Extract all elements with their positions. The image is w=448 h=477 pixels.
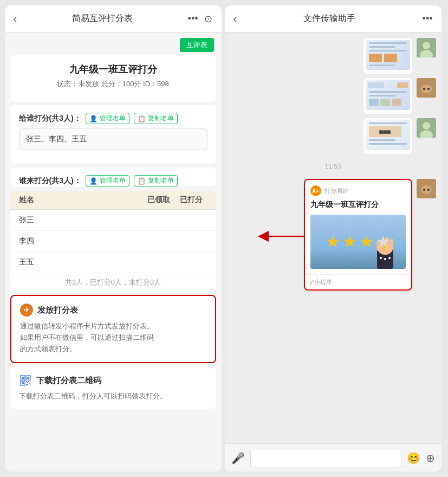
chat-content: ⬛⬛⬛ — [225, 33, 441, 443]
svg-point-26 — [388, 257, 391, 259]
left-header: ‹ 简易互评打分表 ••• ⊙ — [5, 5, 222, 33]
svg-point-15 — [421, 85, 432, 93]
chat-input-bar: 🎤 😊 ⊕ — [225, 443, 441, 472]
red-arrow — [258, 225, 307, 247]
svg-point-21 — [423, 122, 430, 130]
screenshot-thumb-3: ⬛⬛⬛ — [363, 118, 412, 154]
copy-icon-2: 📋 — [138, 177, 146, 185]
screenshots-area: ⬛⬛⬛ — [225, 33, 441, 378]
back-button[interactable]: ‹ — [14, 12, 17, 25]
chat-input-field[interactable] — [250, 449, 401, 467]
mutual-btn[interactable]: 互评表 — [180, 38, 214, 52]
screenshot-item-1 — [230, 38, 436, 74]
star-2: ★ — [342, 232, 357, 251]
give-score-card: 给谁打分(共3人)： 👤 管理名单 📋 复制名单 张三、李四、王五 — [10, 105, 216, 164]
manage-list-btn-give[interactable]: 👤 管理名单 — [86, 113, 129, 124]
svg-point-39 — [427, 189, 430, 191]
app-container: ‹ 简易互评打分表 ••• ⊙ 互评表 九年级一班互评打分 状态：未发放 总分：… — [5, 5, 444, 472]
copy-list-btn-who[interactable]: 📋 复制名单 — [134, 175, 178, 186]
qr-desc: 下载打分表二维码，打分人可以扫码领表打分。 — [19, 391, 207, 401]
action-card[interactable]: ✈ 发放打分表 通过微信转发小程序卡片方式发放打分表。如果用户不在微信里，可以通… — [10, 295, 216, 363]
left-header-icons: ••• ⊙ — [188, 13, 213, 25]
table-row: 李四 — [10, 231, 216, 252]
card-meta: 状态：未发放 总分：100分 ID：598 — [19, 79, 207, 89]
svg-point-24 — [380, 257, 382, 259]
mini-card-header: A+ 打分测评 — [310, 185, 406, 196]
left-content: 互评表 九年级一班互评打分 状态：未发放 总分：100分 ID：598 给谁打分… — [5, 33, 222, 472]
qr-title: 下载打分表二维码 — [19, 374, 207, 387]
cat-avatar-2 — [417, 179, 436, 198]
screenshot-item-2 — [230, 78, 436, 114]
mini-card-app-name: 打分测评 — [324, 187, 348, 195]
give-score-label: 给谁打分(共3人)： 👤 管理名单 📋 复制名单 — [19, 113, 207, 124]
target-icon[interactable]: ⊙ — [204, 13, 212, 25]
star-1: ★ — [326, 232, 340, 251]
table-row: 王五 — [10, 252, 216, 273]
scores-table: 姓名 已领取 已打分 张三 李四 王五 — [10, 191, 216, 292]
left-panel: ‹ 简易互评打分表 ••• ⊙ 互评表 九年级一班互评打分 状态：未发放 总分：… — [5, 5, 222, 472]
table-footer: 共3人，已打分0人，未打分3人 — [10, 273, 216, 292]
voice-icon[interactable]: 🎤 — [231, 452, 245, 465]
title-card: 九年级一班互评打分 状态：未发放 总分：100分 ID：598 — [10, 55, 216, 102]
who-scores-label: 谁来打分(共3人)： 👤 管理名单 📋 复制名单 — [19, 175, 207, 186]
star-3: ★ — [359, 232, 374, 251]
screenshot-item-3: ⬛⬛⬛ — [230, 118, 436, 154]
right-panel: ‹ 文件传输助手 ••• — [225, 5, 441, 472]
person-icon: 👤 — [89, 115, 98, 123]
screenshot-thumb-2 — [363, 78, 412, 114]
mutual-btn-container: 互评表 — [5, 33, 222, 52]
recipient-names: 张三、李四、王五 — [19, 128, 207, 150]
mini-card-title: 九年级一班互评打分 — [310, 199, 406, 210]
timestamp: 11:53 — [230, 158, 436, 175]
copy-list-btn-give[interactable]: 📋 复制名单 — [134, 113, 178, 124]
right-more-icon[interactable]: ••• — [423, 13, 433, 24]
emoji-icon[interactable]: 😊 — [407, 452, 420, 465]
plus-icon[interactable]: ⊕ — [426, 452, 435, 465]
person-icon-2: 👤 — [89, 177, 98, 185]
send-icon: ✈ — [20, 304, 33, 317]
copy-icon: 📋 — [138, 115, 146, 123]
user-avatar — [417, 38, 436, 57]
mini-program-icon: 𝒻 — [310, 279, 312, 286]
more-icon[interactable]: ••• — [188, 13, 198, 24]
stars-container: ★ ★ ★ ★ — [326, 232, 391, 251]
qr-icon — [19, 374, 32, 387]
svg-rect-5 — [22, 382, 24, 384]
star-4-outline: ★ — [376, 232, 391, 251]
svg-point-25 — [384, 258, 386, 260]
col-scored-header: 已打分 — [175, 195, 207, 205]
mini-card-message: A+ 打分测评 九年级一班互评打分 ★ ★ ★ — [230, 179, 436, 291]
svg-point-38 — [423, 189, 425, 191]
mini-card-inner: A+ 打分测评 九年级一班互评打分 ★ ★ ★ — [305, 180, 411, 274]
action-title: ✈ 发放打分表 — [20, 304, 206, 317]
svg-point-12 — [423, 42, 430, 49]
svg-point-19 — [427, 88, 430, 90]
right-back-button[interactable]: ‹ — [233, 12, 237, 25]
cat-avatar-1 — [417, 78, 436, 98]
qr-card[interactable]: 下载打分表二维码 下载打分表二维码，打分人可以扫码领表打分。 — [10, 366, 216, 409]
action-desc: 通过微信转发小程序卡片方式发放打分表。如果用户不在微信里，可以通过扫描二维码的方… — [20, 321, 206, 354]
mini-card-image: ★ ★ ★ ★ — [310, 215, 406, 269]
manage-list-btn-who[interactable]: 👤 管理名单 — [86, 175, 129, 186]
user-avatar-2 — [417, 118, 436, 138]
svg-point-35 — [421, 185, 432, 194]
svg-point-18 — [423, 88, 425, 90]
right-header: ‹ 文件传输助手 ••• — [225, 5, 441, 33]
table-header: 姓名 已领取 已打分 — [10, 191, 216, 210]
svg-rect-1 — [22, 377, 24, 379]
who-scores-card: 谁来打分(共3人)： 👤 管理名单 📋 复制名单 — [10, 167, 216, 186]
svg-rect-9 — [29, 383, 30, 384]
svg-rect-3 — [27, 377, 29, 379]
svg-rect-8 — [27, 382, 28, 383]
col-received-header: 已领取 — [142, 195, 175, 205]
mini-card-bubble: A+ 打分测评 九年级一班互评打分 ★ ★ ★ — [304, 179, 412, 291]
col-name-header: 姓名 — [19, 195, 142, 205]
screenshot-thumb-1 — [363, 38, 412, 74]
mini-card-logo: A+ — [310, 185, 321, 196]
table-row: 张三 — [10, 210, 216, 231]
right-title: 文件传输助手 — [303, 13, 355, 24]
card-title: 九年级一班互评打分 — [19, 63, 207, 76]
mini-card-footer: 𝒻 小程序 — [305, 274, 411, 289]
svg-rect-6 — [26, 381, 27, 382]
svg-rect-7 — [28, 381, 29, 382]
